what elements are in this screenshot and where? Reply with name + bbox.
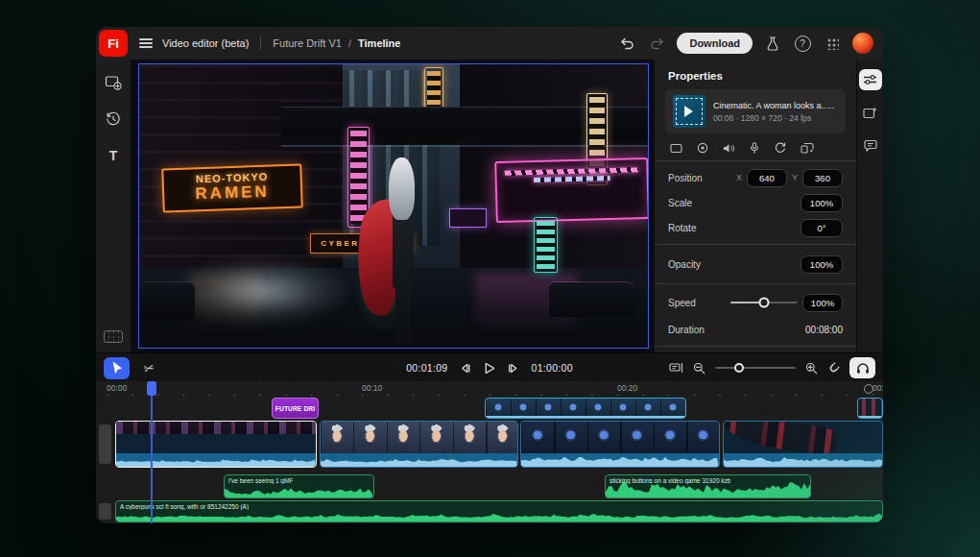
apps-button[interactable]	[823, 34, 842, 53]
divider	[655, 346, 856, 347]
ruler-label: 00:30	[872, 383, 883, 393]
shortcuts-badge[interactable]	[104, 330, 123, 343]
zoom-slider-knob[interactable]	[734, 363, 744, 373]
firefly-logo[interactable]: Fi	[99, 30, 128, 57]
fit-timeline-icon	[669, 362, 683, 374]
left-toolbar: T	[96, 60, 131, 352]
divider	[655, 160, 856, 161]
clip-meta: 00:08 · 1280 × 720 · 24 fps	[713, 113, 836, 123]
video-clip-1-selected[interactable]	[115, 421, 317, 468]
history-button[interactable]	[104, 109, 123, 129]
breadcrumb-separator: /	[348, 37, 351, 49]
video-clip-2[interactable]	[320, 421, 518, 468]
y-axis-label: Y	[792, 173, 798, 182]
music-clip[interactable]: A cyberpunk sci fi song, with or 8512422…	[115, 500, 883, 522]
scene-car-right	[549, 282, 635, 316]
question-icon: ?	[795, 36, 811, 52]
top-bar: Fi Video editor (beta) Future Drift V1 /…	[96, 27, 883, 61]
clip-audio-strip	[521, 453, 719, 467]
playhead[interactable]	[147, 381, 156, 523]
neon-sign-teal-vertical	[534, 217, 558, 273]
video-clip-4[interactable]	[723, 421, 883, 468]
speed-slider[interactable]	[730, 302, 798, 303]
avatar[interactable]	[852, 33, 873, 54]
generate-media-tab-button[interactable]	[859, 102, 882, 123]
speed-row: Speed 100%	[668, 288, 843, 317]
audio-preview-button[interactable]	[849, 357, 875, 378]
help-button[interactable]: ?	[793, 34, 812, 53]
opacity-input[interactable]: 100%	[801, 255, 843, 274]
duration-row: Duration 00:08:00	[668, 317, 843, 342]
music-clip-label: A cyberpunk sci fi song, with or 8512422…	[120, 503, 249, 510]
redo-button[interactable]	[647, 34, 666, 53]
mic-icon[interactable]	[750, 142, 759, 154]
breadcrumb-page: Timeline	[358, 37, 400, 49]
cut-tool-button[interactable]: ✂	[137, 357, 160, 378]
overlay-video-clip-small[interactable]	[857, 398, 883, 419]
apps-grid-icon	[826, 37, 839, 50]
menu-icon[interactable]	[139, 38, 153, 48]
video-canvas[interactable]: NEO-TOKYO RAMEN CYBERNETICS	[138, 63, 649, 349]
transport-controls: 00:01:09 01:00:00	[406, 362, 573, 375]
play-button[interactable]	[484, 362, 496, 375]
timeline-end-marker[interactable]	[864, 384, 873, 394]
snap-toggle-button[interactable]	[827, 362, 840, 375]
zoom-slider[interactable]	[715, 367, 796, 369]
music-track-handle[interactable]	[99, 503, 111, 520]
ruler-label: 00:20	[617, 383, 637, 393]
position-y-input[interactable]: 360	[802, 169, 843, 187]
frame-icon[interactable]	[670, 143, 682, 154]
clip-thumbnails	[723, 421, 839, 456]
breadcrumb-project[interactable]: Future Drift V1	[273, 37, 342, 49]
divider	[655, 283, 856, 284]
step-back-button[interactable]	[460, 363, 472, 374]
playhead-head[interactable]	[147, 381, 156, 396]
speed-slider-knob[interactable]	[759, 298, 770, 308]
fit-timeline-button[interactable]	[669, 362, 683, 374]
select-tool-button[interactable]	[104, 357, 130, 379]
woman-figure	[370, 157, 432, 345]
refresh-icon[interactable]	[774, 142, 786, 154]
audio-clip-1[interactable]: I've been seeing 1 gMF	[224, 474, 374, 498]
ruler-label: 00:00	[107, 383, 127, 393]
sliders-icon	[863, 74, 877, 85]
ruler-label: 00:10	[362, 383, 382, 393]
ramen-sign-line2: RAMEN	[166, 182, 299, 206]
overlay-video-clip[interactable]	[485, 398, 686, 419]
selected-clip-card[interactable]: Cinematic. A woman looks a... vffgenvid …	[665, 89, 846, 133]
speed-input[interactable]: 100%	[802, 294, 843, 312]
flip-icon[interactable]	[801, 142, 814, 154]
redo-icon	[650, 37, 664, 50]
duration-label: Duration	[668, 325, 705, 335]
scale-input[interactable]: 100%	[801, 194, 843, 212]
clip-audio-strip	[724, 453, 882, 467]
clock-icon	[106, 111, 121, 127]
timeline-ruler[interactable]: 00:00 00:10 00:20 00:30	[96, 381, 883, 396]
step-back-icon	[460, 363, 472, 374]
video-track-handle[interactable]	[99, 424, 111, 464]
breadcrumb: Future Drift V1 / Timeline	[273, 37, 400, 49]
zoom-out-icon	[693, 362, 705, 375]
audio-icon[interactable]	[723, 143, 735, 154]
undo-button[interactable]	[617, 34, 636, 53]
right-toolbar	[856, 60, 883, 352]
step-forward-button[interactable]	[508, 363, 520, 374]
text-tool-button[interactable]: T	[104, 146, 123, 165]
beta-feedback-button[interactable]	[763, 34, 782, 53]
download-button[interactable]: Download	[677, 33, 753, 54]
music-waveform	[116, 510, 882, 521]
video-clip-3[interactable]	[520, 421, 720, 468]
rotate-input[interactable]: 0°	[801, 219, 843, 237]
text-clip-future-drift[interactable]: FUTURE DRI	[272, 398, 319, 419]
woman-legs	[395, 281, 412, 345]
zoom-in-button[interactable]	[805, 362, 818, 375]
mask-icon[interactable]	[697, 142, 708, 154]
position-x-input[interactable]: 640	[747, 169, 787, 187]
properties-tab-button[interactable]	[859, 69, 882, 90]
zoom-out-button[interactable]	[693, 362, 705, 375]
comments-tab-button[interactable]	[859, 134, 882, 156]
scale-row: Scale 100%	[668, 190, 843, 215]
audio-clip-2[interactable]: sticking buttons on a video game 31920 k…	[605, 474, 811, 498]
timeline-toolbar: ✂ 00:01:09 01:00:00	[96, 352, 883, 383]
add-media-button[interactable]	[104, 73, 123, 92]
